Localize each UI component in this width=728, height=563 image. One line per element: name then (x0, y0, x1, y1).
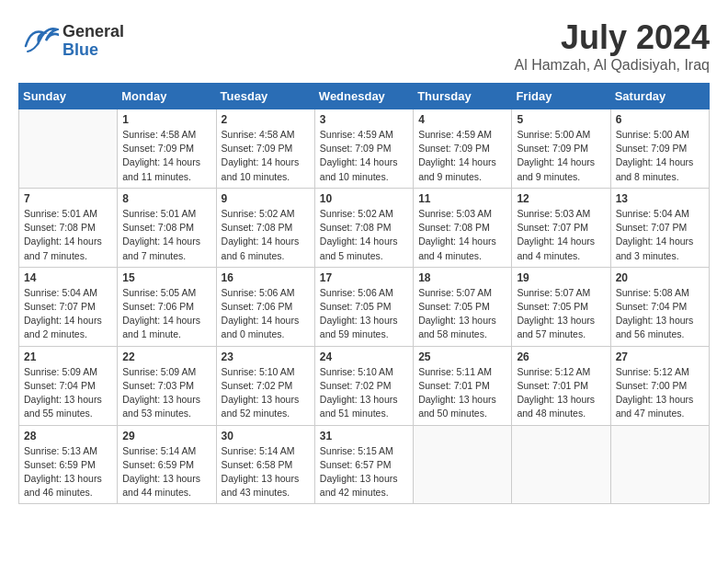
calendar-cell: 29Sunrise: 5:14 AMSunset: 6:59 PMDayligh… (118, 425, 216, 504)
month-year-title: July 2024 (514, 18, 710, 57)
cell-info: Sunrise: 5:11 AMSunset: 7:01 PMDaylight:… (418, 365, 506, 421)
calendar-cell: 9Sunrise: 5:02 AMSunset: 7:08 PMDaylight… (216, 188, 314, 267)
cell-info: Sunrise: 5:04 AMSunset: 7:07 PMDaylight:… (24, 286, 112, 342)
day-number: 3 (320, 113, 408, 126)
calendar-header-row: SundayMondayTuesdayWednesdayThursdayFrid… (19, 84, 710, 109)
logo-name: General Blue (63, 23, 124, 60)
day-number: 7 (24, 192, 112, 205)
calendar-cell: 14Sunrise: 5:04 AMSunset: 7:07 PMDayligh… (19, 267, 118, 346)
cell-info: Sunrise: 5:10 AMSunset: 7:02 PMDaylight:… (222, 365, 310, 421)
day-number: 5 (517, 113, 605, 126)
cell-info: Sunrise: 5:14 AMSunset: 6:58 PMDaylight:… (222, 444, 310, 500)
day-number: 30 (222, 430, 310, 442)
cell-info: Sunrise: 5:06 AMSunset: 7:06 PMDaylight:… (222, 286, 310, 342)
calendar-cell: 12Sunrise: 5:03 AMSunset: 7:07 PMDayligh… (512, 188, 610, 267)
cell-info: Sunrise: 5:10 AMSunset: 7:02 PMDaylight:… (320, 365, 408, 421)
calendar-cell: 18Sunrise: 5:07 AMSunset: 7:05 PMDayligh… (414, 267, 512, 346)
calendar-cell: 31Sunrise: 5:15 AMSunset: 6:57 PMDayligh… (314, 425, 413, 504)
cell-info: Sunrise: 5:00 AMSunset: 7:09 PMDaylight:… (517, 128, 605, 184)
cell-info: Sunrise: 4:58 AMSunset: 7:09 PMDaylight:… (222, 128, 310, 184)
calendar-cell: 2Sunrise: 4:58 AMSunset: 7:09 PMDaylight… (216, 109, 314, 189)
calendar-cell: 10Sunrise: 5:02 AMSunset: 7:08 PMDayligh… (314, 188, 413, 267)
day-number: 26 (517, 350, 605, 363)
calendar-cell: 25Sunrise: 5:11 AMSunset: 7:01 PMDayligh… (414, 346, 512, 425)
day-number: 28 (24, 430, 112, 442)
cell-info: Sunrise: 5:05 AMSunset: 7:06 PMDaylight:… (122, 286, 210, 342)
cell-info: Sunrise: 5:12 AMSunset: 7:00 PMDaylight:… (616, 365, 704, 421)
calendar-cell: 6Sunrise: 5:00 AMSunset: 7:09 PMDaylight… (610, 109, 709, 189)
cell-info: Sunrise: 5:03 AMSunset: 7:08 PMDaylight:… (418, 207, 506, 263)
calendar-cell: 22Sunrise: 5:09 AMSunset: 7:03 PMDayligh… (118, 346, 216, 425)
day-number: 10 (320, 192, 408, 205)
cell-info: Sunrise: 5:07 AMSunset: 7:05 PMDaylight:… (418, 286, 506, 342)
header-tuesday: Tuesday (216, 84, 314, 109)
day-number: 24 (320, 350, 408, 363)
cell-info: Sunrise: 5:09 AMSunset: 7:03 PMDaylight:… (122, 365, 210, 421)
day-number: 25 (418, 350, 506, 363)
cell-info: Sunrise: 5:06 AMSunset: 7:05 PMDaylight:… (320, 286, 408, 342)
day-number: 20 (616, 271, 704, 284)
logo-blue-text: Blue (63, 41, 124, 60)
calendar-cell: 16Sunrise: 5:06 AMSunset: 7:06 PMDayligh… (216, 267, 314, 346)
header-wednesday: Wednesday (314, 84, 413, 109)
calendar-cell: 4Sunrise: 4:59 AMSunset: 7:09 PMDaylight… (414, 109, 512, 189)
day-number: 18 (418, 271, 506, 284)
day-number: 27 (616, 350, 704, 363)
calendar-table: SundayMondayTuesdayWednesdayThursdayFrid… (18, 83, 710, 504)
calendar-week-2: 7Sunrise: 5:01 AMSunset: 7:08 PMDaylight… (19, 188, 710, 267)
cell-info: Sunrise: 5:14 AMSunset: 6:59 PMDaylight:… (122, 444, 210, 500)
cell-info: Sunrise: 5:13 AMSunset: 6:59 PMDaylight:… (24, 444, 112, 500)
calendar-week-1: 1Sunrise: 4:58 AMSunset: 7:09 PMDaylight… (19, 109, 710, 189)
calendar-cell: 8Sunrise: 5:01 AMSunset: 7:08 PMDaylight… (118, 188, 216, 267)
day-number: 1 (122, 113, 210, 126)
calendar-cell: 23Sunrise: 5:10 AMSunset: 7:02 PMDayligh… (216, 346, 314, 425)
header-thursday: Thursday (414, 84, 512, 109)
cell-info: Sunrise: 5:02 AMSunset: 7:08 PMDaylight:… (222, 207, 310, 263)
calendar-cell: 7Sunrise: 5:01 AMSunset: 7:08 PMDaylight… (19, 188, 118, 267)
calendar-cell: 19Sunrise: 5:07 AMSunset: 7:05 PMDayligh… (512, 267, 610, 346)
logo-general-text: General (63, 23, 124, 41)
calendar-cell: 13Sunrise: 5:04 AMSunset: 7:07 PMDayligh… (610, 188, 709, 267)
calendar-cell (414, 425, 512, 504)
header-saturday: Saturday (610, 84, 709, 109)
day-number: 22 (122, 350, 210, 363)
cell-info: Sunrise: 4:59 AMSunset: 7:09 PMDaylight:… (418, 128, 506, 184)
header-sunday: Sunday (19, 84, 118, 109)
cell-info: Sunrise: 5:03 AMSunset: 7:07 PMDaylight:… (517, 207, 605, 263)
cell-info: Sunrise: 5:01 AMSunset: 7:08 PMDaylight:… (24, 207, 112, 263)
cell-info: Sunrise: 5:04 AMSunset: 7:07 PMDaylight:… (616, 207, 704, 263)
calendar-week-3: 14Sunrise: 5:04 AMSunset: 7:07 PMDayligh… (19, 267, 710, 346)
day-number: 2 (222, 113, 310, 126)
day-number: 9 (222, 192, 310, 205)
calendar-cell: 20Sunrise: 5:08 AMSunset: 7:04 PMDayligh… (610, 267, 709, 346)
calendar-cell: 17Sunrise: 5:06 AMSunset: 7:05 PMDayligh… (314, 267, 413, 346)
day-number: 8 (122, 192, 210, 205)
day-number: 29 (122, 430, 210, 442)
day-number: 6 (616, 113, 704, 126)
day-number: 23 (222, 350, 310, 363)
calendar-cell: 3Sunrise: 4:59 AMSunset: 7:09 PMDaylight… (314, 109, 413, 189)
calendar-week-4: 21Sunrise: 5:09 AMSunset: 7:04 PMDayligh… (19, 346, 710, 425)
location-subtitle: Al Hamzah, Al Qadisiyah, Iraq (514, 57, 710, 74)
cell-info: Sunrise: 5:00 AMSunset: 7:09 PMDaylight:… (616, 128, 704, 184)
calendar-cell: 27Sunrise: 5:12 AMSunset: 7:00 PMDayligh… (610, 346, 709, 425)
calendar-cell: 24Sunrise: 5:10 AMSunset: 7:02 PMDayligh… (314, 346, 413, 425)
title-section: July 2024 Al Hamzah, Al Qadisiyah, Iraq (514, 18, 710, 74)
cell-info: Sunrise: 5:07 AMSunset: 7:05 PMDaylight:… (517, 286, 605, 342)
header-monday: Monday (118, 84, 216, 109)
page-header: General Blue July 2024 Al Hamzah, Al Qad… (18, 18, 710, 74)
day-number: 4 (418, 113, 506, 126)
calendar-cell: 26Sunrise: 5:12 AMSunset: 7:01 PMDayligh… (512, 346, 610, 425)
calendar-cell: 1Sunrise: 4:58 AMSunset: 7:09 PMDaylight… (118, 109, 216, 189)
cell-info: Sunrise: 4:59 AMSunset: 7:09 PMDaylight:… (320, 128, 408, 184)
calendar-cell: 28Sunrise: 5:13 AMSunset: 6:59 PMDayligh… (19, 425, 118, 504)
calendar-cell (610, 425, 709, 504)
calendar-cell: 15Sunrise: 5:05 AMSunset: 7:06 PMDayligh… (118, 267, 216, 346)
day-number: 19 (517, 271, 605, 284)
day-number: 21 (24, 350, 112, 363)
cell-info: Sunrise: 5:08 AMSunset: 7:04 PMDaylight:… (616, 286, 704, 342)
cell-info: Sunrise: 5:15 AMSunset: 6:57 PMDaylight:… (320, 444, 408, 500)
calendar-cell (19, 109, 118, 189)
day-number: 11 (418, 192, 506, 205)
cell-info: Sunrise: 5:09 AMSunset: 7:04 PMDaylight:… (24, 365, 112, 421)
